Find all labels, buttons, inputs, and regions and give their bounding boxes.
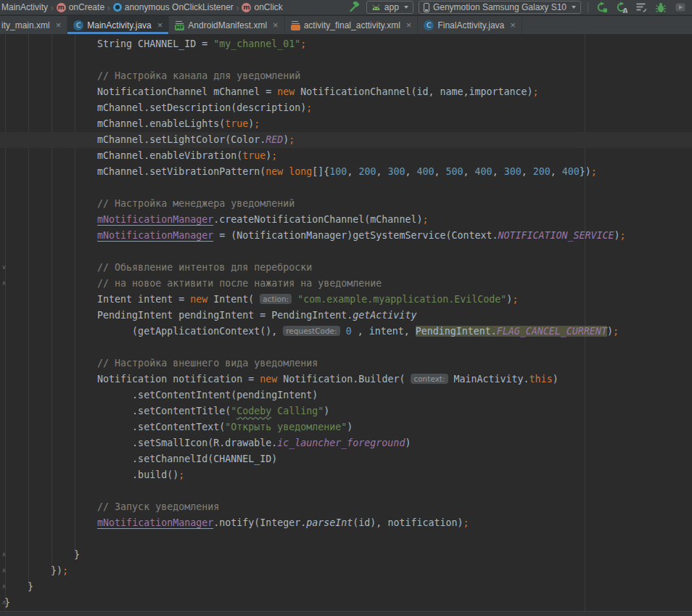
code-token: // Настройка внешнего вида уведомления [4,358,318,369]
code-token: // Запуск уведомления [4,501,219,512]
code-token: 400 [417,166,434,177]
code-token: ; [613,326,619,337]
run-configuration-label: app [384,2,399,12]
code-token: // Настройка менеджера уведомлений [4,198,294,209]
fold-marker-icon[interactable]: ∧ [0,598,8,607]
code-token: mChannel.setLightColor(Color. [4,134,265,145]
chevron-down-icon [404,6,408,9]
code-line: // на новое активити после нажатия на ув… [4,276,692,292]
code-token: ; [289,134,294,145]
code-token: ic_launcher_foreground [277,438,405,448]
code-token: 0 [346,326,352,337]
code-token: ; [271,150,277,161]
code-token: ) [347,422,353,432]
attach-debugger-button[interactable] [634,1,648,14]
code-token: 200 [533,166,551,177]
attach-debugger-list-icon [635,1,647,13]
parameter-hint: action: [260,294,292,304]
tab-close-icon[interactable]: × [157,20,163,30]
tab-close-icon[interactable]: × [56,20,62,30]
code-token: new [265,166,283,177]
code-token: , [522,166,533,177]
code-token: new [277,86,294,97]
code-line: } [4,547,692,563]
code-token: , [376,166,387,177]
code-token: 500 [446,166,464,177]
run-configuration-select[interactable]: app [366,1,413,14]
apply-code-changes-button[interactable]: A [614,1,629,14]
code-token: 400 [475,166,493,177]
code-token: ; [533,86,539,97]
code-token: true [225,118,248,129]
class-icon: C [424,20,434,30]
code-line: mChannel.setLightColor(Color.RED); [4,132,692,148]
code-token: 100 [329,166,347,177]
run-toolbar: app Genymotion Samsung Galaxy S10 A [347,1,689,14]
code-token: PendingIntent. [416,326,497,337]
code-token: mNotificationManager [97,214,213,225]
navigation-bar: MainActivity›monCreate›anonymous OnClick… [0,0,692,15]
build-hammer-button[interactable] [347,1,361,14]
code-line: .setContentText("Открыть уведомление") [4,419,692,435]
code-line: } [4,595,692,611]
code-token: , [347,166,358,177]
tab-close-icon[interactable]: × [273,20,279,30]
breadcrumb-separator-icon: › [51,2,54,12]
device-selector[interactable]: Genymotion Samsung Galaxy S10 [419,1,581,14]
code-token: .setContentText( [4,422,225,432]
code-token: = (NotificationManager)getSystemService(… [213,230,498,241]
breadcrumb-label: onCreate [69,2,104,12]
profile-button[interactable] [673,1,688,14]
code-token: "com.example.myapplication.EvilCode" [297,294,506,305]
code-token [4,230,97,241]
code-line: } [4,579,692,595]
code-token: mChannel.setDescription(description) [4,102,306,113]
tab-MainActivity.java[interactable]: CMainActivity.java× [67,16,169,34]
code-token: ; [300,38,306,49]
debug-button[interactable] [654,1,668,14]
code-line: String CHANNEL_ID = "my_channel_01"; [4,36,692,52]
tab-close-icon[interactable]: × [510,20,516,30]
code-token: "Открыть уведомление" [225,422,347,432]
apply-changes-button[interactable] [595,1,609,14]
svg-text:A: A [623,7,628,14]
fold-marker-icon[interactable]: ∧ [0,566,8,575]
code-line: mChannel.enableVibration(true); [4,148,692,164]
code-token: (getApplicationContext(), [4,326,283,337]
tab-FinalActtivity.java[interactable]: CFinalActtivity.java× [418,16,522,34]
fold-marker-icon[interactable]: ∧ [0,279,8,287]
code-line [4,483,692,499]
android-studio-window: { "colors":{"bar_bg":"#3c3f41","editor_b… [0,0,692,616]
code-editor[interactable]: String CHANNEL_ID = "my_channel_01"; // … [0,34,692,612]
code-token [4,517,97,528]
code-line: // Настройка канала для уведомлений [4,68,692,84]
code-token: } [4,581,33,592]
code-token: , [434,166,446,177]
android-icon [371,3,381,12]
code-line: .setContentTitle("Codeby Calling") [4,403,692,419]
code-token: Notification.Builder( [277,374,411,385]
code-line: // Настройка менеджера уведомлений [4,196,692,212]
fold-marker-icon[interactable]: ∨ [0,263,8,271]
fold-marker-icon[interactable]: ∧ [0,582,8,591]
breadcrumb-item[interactable]: monCreate [57,2,104,12]
code-line: // Запуск уведомления [4,499,692,515]
tab-activity_final_acttivity.xml[interactable]: activity_final_acttivity.xml× [285,16,419,34]
fold-marker-icon[interactable]: ∧ [0,550,8,559]
code-token: NOTIFICATION_SERVICE [498,230,614,241]
code-token: RED [265,134,283,145]
code-token: ; [62,565,68,576]
tab-label: AndroidManifest.xml [188,20,267,30]
code-token: ) [614,230,620,241]
breadcrumb-item[interactable]: MainActivity [1,2,48,12]
code-token: .createNotificationChannel(mChannel) [213,214,422,225]
code-token: .setChannelId(CHANNEL_ID) [4,453,277,464]
code-token: mChannel.enableLights( [4,118,225,129]
breadcrumb-item[interactable]: monClick [242,2,282,12]
tab-close-icon[interactable]: × [406,20,412,30]
breadcrumb-item[interactable]: anonymous OnClickListener [113,2,234,12]
tab-ity_main.xml[interactable]: ity_main.xml× [0,16,67,34]
code-token: ; [422,214,428,225]
code-token: mNotificationManager [97,230,213,241]
tab-AndroidManifest.xml[interactable]: MFAndroidManifest.xml× [169,16,284,34]
